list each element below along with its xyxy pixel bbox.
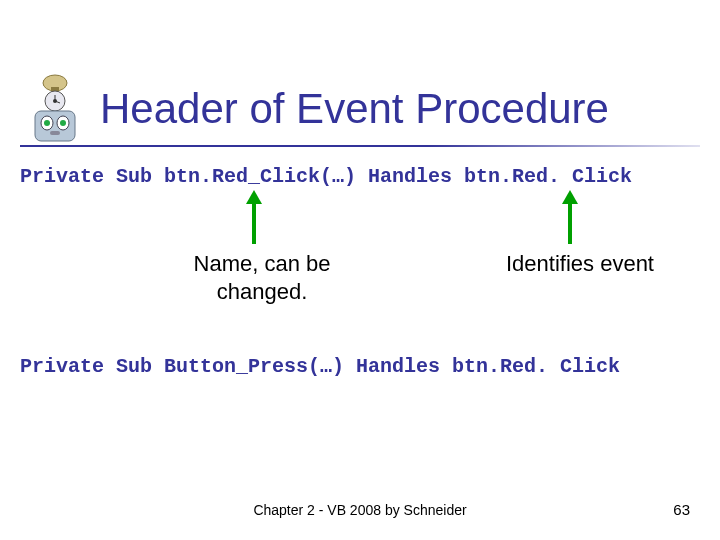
- code-line-1: Private Sub btn.Red_Click(…) Handles btn…: [20, 165, 632, 188]
- code-line-2: Private Sub Button_Press(…) Handles btn.…: [20, 355, 620, 378]
- decorative-icon: [20, 65, 90, 145]
- title-underline: [20, 145, 700, 147]
- footer-text: Chapter 2 - VB 2008 by Schneider: [0, 502, 720, 518]
- page-number: 63: [673, 501, 690, 518]
- svg-point-10: [60, 120, 66, 126]
- arrow-name-shaft: [252, 204, 256, 244]
- svg-rect-11: [50, 131, 60, 135]
- arrow-name-head: [246, 190, 262, 204]
- annotation-event-label: Identifies event: [480, 250, 680, 278]
- arrow-event-shaft: [568, 204, 572, 244]
- annotation-name-label: Name, can be changed.: [192, 250, 332, 305]
- svg-point-8: [44, 120, 50, 126]
- header-row: Header of Event Procedure: [0, 65, 720, 150]
- arrow-event-head: [562, 190, 578, 204]
- slide-title: Header of Event Procedure: [100, 85, 609, 133]
- svg-rect-6: [35, 111, 75, 141]
